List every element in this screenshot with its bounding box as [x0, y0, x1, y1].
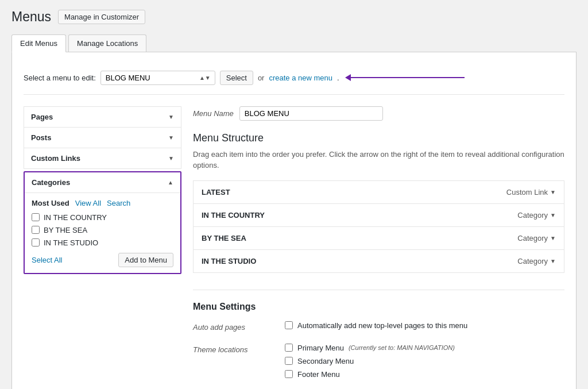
categories-body: Most Used View All Search IN THE COUNTRY	[25, 192, 180, 273]
category-item-in-the-studio[interactable]: IN THE STUDIO	[32, 238, 173, 247]
page-title: Menus	[11, 9, 51, 26]
theme-locations-content: Primary Menu (Currently set to: MAIN NAV…	[285, 344, 564, 383]
accordion-posts-header[interactable]: Posts ▼	[24, 128, 181, 148]
manage-customizer-button[interactable]: Manage in Customizer	[58, 10, 145, 24]
categories-header[interactable]: Categories ▲	[25, 172, 180, 192]
menu-item-label-in-the-country: IN THE COUNTRY	[202, 211, 265, 219]
categories-list: IN THE COUNTRY BY THE SEA IN THE STUDIO	[32, 213, 173, 247]
categories-footer: Select All Add to Menu	[32, 253, 173, 267]
footer-menu-check-label[interactable]: Footer Menu	[285, 370, 564, 379]
category-item-by-the-sea[interactable]: BY THE SEA	[32, 226, 173, 234]
accordion-custom-links-label: Custom Links	[31, 154, 80, 163]
right-panel: Menu Name Menu Structure Drag each item …	[193, 106, 564, 383]
menu-name-row: Menu Name	[193, 106, 564, 121]
menu-name-input[interactable]	[239, 106, 383, 121]
categories-section: Categories ▲ Most Used View All Search	[24, 171, 181, 274]
auto-add-check-text: Automatically add new top-level pages to…	[297, 321, 467, 330]
menu-item-type-by-the-sea: Category ▼	[517, 234, 556, 242]
accordion-posts: Posts ▼	[24, 127, 181, 148]
secondary-menu-checkbox[interactable]	[285, 357, 293, 365]
two-col-layout: Pages ▼ Posts ▼ Custom Links ▼	[24, 106, 564, 383]
tab-manage-locations[interactable]: Manage Locations	[68, 34, 146, 52]
accordion-pages-header[interactable]: Pages ▼	[24, 107, 181, 127]
menu-select[interactable]: BLOG MENU	[100, 71, 215, 85]
cat-tab-search[interactable]: Search	[107, 199, 130, 207]
custom-links-chevron-icon: ▼	[168, 155, 174, 161]
menu-select-wrapper: BLOG MENU ▲▼	[100, 71, 215, 85]
menu-item-label-by-the-sea: BY THE SEA	[202, 234, 246, 242]
categories-label: Categories	[32, 178, 70, 187]
primary-menu-note: (Currently set to: MAIN NAVIGATION)	[349, 344, 455, 351]
add-to-menu-button[interactable]: Add to Menu	[118, 253, 173, 267]
menu-item-label-in-the-studio: IN THE STUDIO	[202, 257, 256, 265]
select-all-link[interactable]: Select All	[32, 256, 62, 264]
auto-add-pages-row: Auto add pages Automatically add new top…	[193, 321, 564, 334]
menu-item-type-label-by-the-sea: Category	[517, 234, 548, 242]
menu-items-list: LATEST Custom Link ▼ IN THE COUNTRY Cate…	[193, 180, 564, 272]
create-new-menu-link[interactable]: create a new menu	[269, 74, 332, 82]
menu-item-label-latest: LATEST	[202, 188, 230, 197]
select-menu-label: Select a menu to edit:	[24, 74, 96, 82]
cat-tab-most-used[interactable]: Most Used	[32, 199, 69, 207]
tab-edit-menus[interactable]: Edit Menus	[11, 34, 66, 52]
category-checkbox-in-the-country[interactable]	[32, 213, 40, 221]
tab-bar: Edit Menus Manage Locations	[11, 34, 577, 52]
accordion-pages-label: Pages	[31, 113, 53, 121]
pages-chevron-icon: ▼	[168, 114, 174, 120]
menu-item-dropdown-chevron-in-the-studio[interactable]: ▼	[550, 258, 556, 264]
arrow-line	[350, 77, 465, 78]
category-item-in-the-country[interactable]: IN THE COUNTRY	[32, 213, 173, 222]
page-wrapper: Menus Manage in Customizer Edit Menus Ma…	[0, 0, 588, 389]
menu-item-dropdown-chevron-latest[interactable]: ▼	[550, 189, 556, 195]
table-row: LATEST Custom Link ▼	[193, 180, 564, 204]
select-menu-bar: Select a menu to edit: BLOG MENU ▲▼ Sele…	[24, 64, 564, 95]
auto-add-check-label[interactable]: Automatically add new top-level pages to…	[285, 321, 564, 330]
menu-item-type-label-in-the-studio: Category	[517, 257, 548, 265]
primary-menu-label: Primary Menu	[297, 344, 344, 352]
menu-item-dropdown-chevron-in-the-country[interactable]: ▼	[550, 212, 556, 218]
or-text: or	[258, 74, 265, 82]
arrow-head-icon	[345, 74, 351, 81]
select-button[interactable]: Select	[220, 71, 253, 85]
settings-heading: Menu Settings	[193, 302, 564, 312]
accordion-pages: Pages ▼	[24, 106, 181, 128]
menu-item-type-label-in-the-country: Category	[517, 211, 548, 219]
menu-settings-section: Menu Settings Auto add pages Automatical…	[193, 290, 564, 383]
structure-description: Drag each item into the order you prefer…	[193, 149, 564, 171]
category-label-in-the-country: IN THE COUNTRY	[44, 213, 107, 222]
menu-name-label: Menu Name	[193, 109, 234, 118]
category-checkbox-by-the-sea[interactable]	[32, 226, 40, 234]
main-content: Select a menu to edit: BLOG MENU ▲▼ Sele…	[11, 52, 577, 389]
primary-menu-checkbox[interactable]	[285, 344, 293, 352]
categories-tab-bar: Most Used View All Search	[32, 199, 173, 207]
period: .	[337, 74, 339, 82]
table-row: BY THE SEA Category ▼	[193, 226, 564, 250]
cat-tab-view-all[interactable]: View All	[75, 199, 101, 207]
menu-item-type-in-the-country: Category ▼	[517, 211, 556, 219]
auto-add-label: Auto add pages	[193, 321, 268, 332]
page-header: Menus Manage in Customizer	[11, 9, 577, 26]
table-row: IN THE COUNTRY Category ▼	[193, 203, 564, 227]
accordion-custom-links: Custom Links ▼	[24, 148, 181, 169]
auto-add-content: Automatically add new top-level pages to…	[285, 321, 564, 334]
menu-item-type-label-latest: Custom Link	[506, 188, 548, 197]
category-label-by-the-sea: BY THE SEA	[44, 226, 87, 234]
categories-chevron-icon: ▲	[168, 179, 173, 186]
footer-menu-checkbox[interactable]	[285, 370, 293, 378]
category-checkbox-in-the-studio[interactable]	[32, 238, 40, 247]
secondary-menu-label: Secondary Menu	[297, 357, 354, 365]
primary-menu-check-label[interactable]: Primary Menu (Currently set to: MAIN NAV…	[285, 344, 564, 352]
structure-heading: Menu Structure	[193, 132, 564, 144]
theme-locations-label: Theme locations	[193, 344, 268, 354]
accordion-custom-links-header[interactable]: Custom Links ▼	[24, 148, 181, 168]
category-label-in-the-studio: IN THE STUDIO	[44, 238, 98, 247]
auto-add-checkbox[interactable]	[285, 321, 293, 329]
arrow-indicator	[350, 77, 465, 78]
theme-locations-row: Theme locations Primary Menu (Currently …	[193, 344, 564, 383]
secondary-menu-check-label[interactable]: Secondary Menu	[285, 357, 564, 365]
menu-item-type-in-the-studio: Category ▼	[517, 257, 556, 265]
posts-chevron-icon: ▼	[168, 134, 174, 141]
menu-item-dropdown-chevron-by-the-sea[interactable]: ▼	[550, 235, 556, 241]
table-row: IN THE STUDIO Category ▼	[193, 249, 564, 273]
accordion-posts-label: Posts	[31, 133, 51, 142]
